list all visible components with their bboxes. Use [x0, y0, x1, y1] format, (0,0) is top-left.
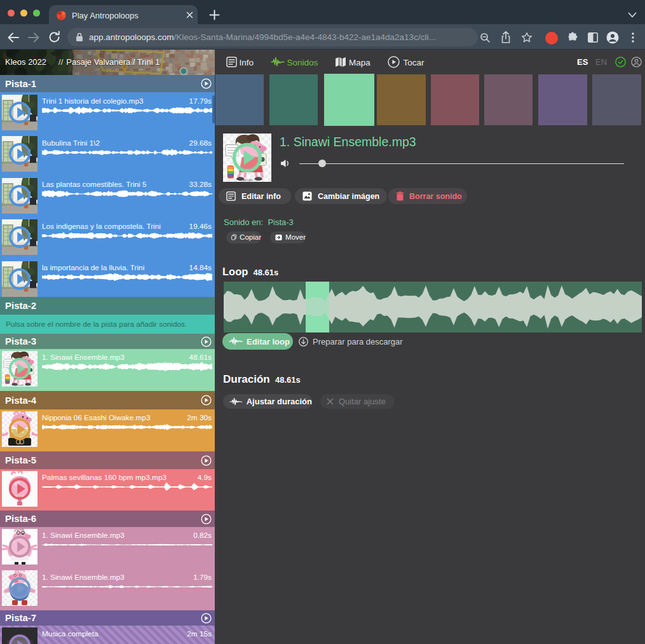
svg-text:alln alln: alln alln	[17, 384, 24, 387]
svg-text:alln alln: alln alln	[243, 179, 253, 182]
